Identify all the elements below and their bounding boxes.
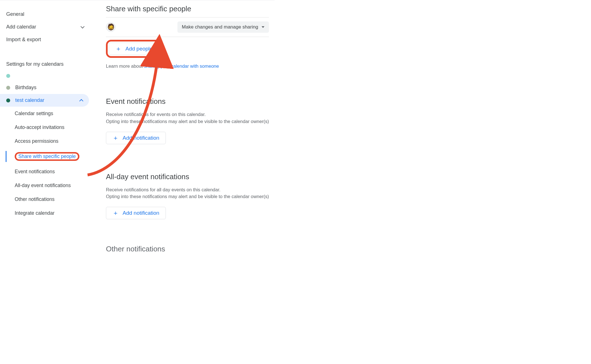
subnav-access-permissions[interactable]: Access permissions — [6, 134, 89, 148]
subnav-integrate-calendar[interactable]: Integrate calendar — [6, 206, 89, 220]
button-label: Add notification — [123, 210, 159, 216]
sidebar-item-add-calendar[interactable]: Add calendar — [0, 21, 89, 33]
sidebar-item-label: Import & export — [6, 37, 41, 43]
permission-label: Make changes and manage sharing — [182, 24, 258, 30]
section-description: Receive notifications for all day events… — [106, 186, 269, 200]
calendar-item-test-calendar[interactable]: test calendar — [0, 94, 89, 107]
section-title: Other notifications — [106, 245, 269, 253]
subnav-other-notifications[interactable]: Other notifications — [6, 192, 89, 206]
sidebar-header-my-calendars: Settings for my calendars — [0, 58, 89, 71]
section-title: Event notifications — [106, 97, 269, 106]
button-label: Add notification — [123, 135, 159, 141]
add-notification-button[interactable]: ＋ Add notification — [106, 132, 166, 144]
dropdown-caret-icon — [262, 26, 264, 28]
learn-more-link[interactable]: sharing your calendar with someone — [144, 63, 219, 69]
section-title: All-day event notifications — [106, 172, 269, 181]
subnav-event-notifications[interactable]: Event notifications — [6, 165, 89, 179]
calendar-color-dot — [6, 98, 10, 102]
allday-notifications-section: All-day event notifications Receive noti… — [106, 172, 269, 220]
chevron-up-icon — [81, 97, 83, 103]
learn-more-line: Learn more about sharing your calendar w… — [106, 63, 269, 69]
subnav-label: Share with specific people — [18, 154, 76, 159]
settings-main: Share with specific people 🧔 Make change… — [89, 0, 275, 257]
share-person-row: 🧔 Make changes and manage sharing — [106, 17, 269, 37]
sidebar-item-import-export[interactable]: Import & export — [0, 33, 89, 46]
subnav-label: Access permissions — [15, 138, 58, 144]
other-notifications-section: Other notifications — [106, 245, 269, 253]
calendar-color-dot — [6, 86, 10, 90]
calendar-item-unnamed[interactable] — [0, 71, 89, 81]
subnav-label: Auto-accept invitations — [15, 124, 64, 130]
subnav-label: Calendar settings — [15, 111, 53, 117]
permission-dropdown[interactable]: Make changes and manage sharing — [177, 21, 269, 33]
section-description: Receive notifications for events on this… — [106, 111, 269, 125]
event-notifications-section: Event notifications Receive notification… — [106, 97, 269, 144]
subnav-label: All-day event notifications — [15, 183, 71, 188]
subnav-label: Integrate calendar — [15, 210, 55, 216]
calendar-item-label: test calendar — [15, 97, 44, 103]
add-notification-button[interactable]: ＋ Add notification — [106, 207, 166, 219]
subnav-all-day-notifications[interactable]: All-day event notifications — [6, 179, 89, 192]
sidebar-item-general[interactable]: General — [0, 8, 89, 21]
calendar-item-label: Birthdays — [15, 85, 36, 91]
divider — [106, 37, 269, 37]
sidebar-item-label: General — [6, 11, 24, 17]
subnav-label: Event notifications — [15, 169, 55, 175]
subnav-calendar-settings[interactable]: Calendar settings — [6, 107, 89, 120]
calendar-color-dot — [6, 74, 10, 78]
annotation-highlight-box: ＋ Add people — [106, 40, 162, 58]
chevron-down-icon — [81, 24, 83, 30]
avatar: 🧔 — [106, 22, 116, 32]
calendar-item-birthdays[interactable]: Birthdays — [0, 81, 89, 94]
settings-sidebar: General Add calendar Import & export Set… — [0, 0, 89, 257]
subnav-label: Other notifications — [15, 196, 55, 202]
subnav-share-specific-people[interactable]: Share with specific people — [6, 148, 89, 165]
calendar-subnav: Calendar settings Auto-accept invitation… — [6, 107, 89, 220]
add-people-button[interactable]: ＋ Add people — [109, 43, 159, 55]
subnav-auto-accept[interactable]: Auto-accept invitations — [6, 120, 89, 134]
annotation-highlight-box: Share with specific people — [15, 152, 79, 161]
sidebar-item-label: Add calendar — [6, 24, 36, 30]
share-section-title: Share with specific people — [106, 5, 269, 13]
button-label: Add people — [125, 46, 153, 52]
